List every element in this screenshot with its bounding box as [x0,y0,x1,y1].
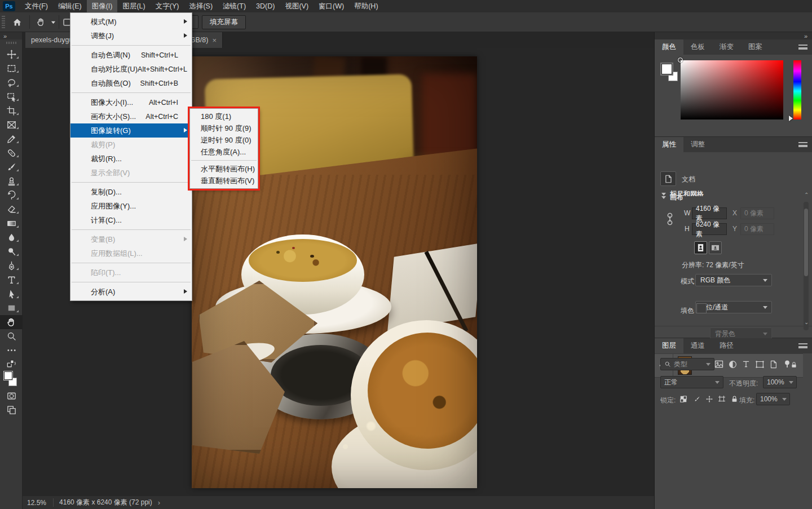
pen-tool[interactable] [0,259,23,273]
type-tool[interactable] [0,273,23,287]
filter-smart-objects-icon[interactable] [767,358,779,370]
dock-expand-button[interactable]: » [804,33,807,39]
path-selection-tool[interactable] [0,287,23,301]
crop-tool[interactable] [0,104,23,118]
eraser-tool[interactable] [0,202,23,216]
screen-mode-button[interactable] [0,403,23,417]
tab-color[interactable]: 颜色 [655,39,683,55]
lock-artboard-icon[interactable] [716,393,728,405]
toolbar-grip[interactable] [6,42,16,44]
filter-pixel-layers-icon[interactable] [713,358,725,370]
fill-opacity-field[interactable]: 100% [756,393,790,405]
blur-tool[interactable] [0,231,23,245]
zoom-tool[interactable] [0,329,23,343]
submenu-item-arbitrary[interactable]: 任意角度(A)... [190,146,258,158]
submenu-item-90-cw[interactable]: 顺时针 90 度(9) [190,122,258,134]
fill-screen-button[interactable]: 填充屏幕 [202,15,246,29]
filter-type-layers-icon[interactable] [740,358,752,370]
menu-item-apply-image[interactable]: 应用图像(Y)... [70,199,192,213]
brush-tool[interactable] [0,160,23,174]
scrollbar-thumb[interactable] [804,209,808,276]
landscape-orientation-button[interactable] [709,241,722,254]
swap-colors-button[interactable] [0,357,23,370]
frame-tool[interactable] [0,118,23,132]
tab-close-icon[interactable]: × [212,36,217,45]
tab-patterns[interactable]: 图案 [741,39,770,55]
menu-type[interactable]: 文字(Y) [151,0,184,12]
portrait-orientation-button[interactable] [694,241,707,254]
color-swatches[interactable] [661,64,681,84]
home-button[interactable] [9,15,25,29]
y-field[interactable]: 0 像素 [740,223,774,235]
blend-mode-dropdown[interactable]: 正常 [660,376,723,388]
tab-channels[interactable]: 通道 [683,338,712,353]
clone-stamp-tool[interactable] [0,174,23,188]
color-mode-dropdown[interactable]: RGB 颜色 [695,274,772,286]
tab-layers[interactable]: 图层 [655,338,683,353]
menu-item-image-rotation[interactable]: 图像旋转(G) [70,123,192,138]
menu-layer[interactable]: 图层(L) [117,0,150,12]
lasso-tool[interactable] [0,76,23,90]
menu-select[interactable]: 选择(S) [184,0,218,12]
saturation-field[interactable] [681,60,783,119]
menu-file[interactable]: 文件(F) [20,0,53,12]
healing-brush-tool[interactable] [0,146,23,160]
menu-item-canvas-size[interactable]: 画布大小(S)...Alt+Ctrl+C [70,109,192,123]
menu-item-analysis[interactable]: 分析(A) [70,285,192,299]
hand-tool-preset[interactable] [34,15,48,29]
lock-all-icon[interactable] [728,393,740,405]
lock-pixels-icon[interactable] [691,393,703,405]
eyedropper-tool[interactable] [0,132,23,146]
edit-toolbar-button[interactable] [0,343,23,357]
menu-item-trim[interactable]: 裁切(R)... [70,152,192,166]
toolbar-expand-button[interactable]: » [0,32,22,39]
tab-swatches[interactable]: 色板 [683,39,712,55]
hand-tool[interactable] [0,315,23,329]
move-tool[interactable] [0,47,23,61]
submenu-item-flip-horizontal[interactable]: 水平翻转画布(H) [190,163,258,175]
gradient-tool[interactable] [0,216,23,231]
submenu-item-90-ccw[interactable]: 逆时针 90 度(0) [190,134,258,146]
bit-depth-dropdown[interactable]: 8 位/通道 [695,301,772,313]
hue-slider-marker[interactable] [789,116,793,121]
object-selection-tool[interactable] [0,90,23,104]
panel-menu-icon[interactable] [798,343,807,348]
width-field[interactable]: 4160 像素 [692,207,727,219]
fill-color-swatch[interactable] [696,303,707,313]
menu-help[interactable]: 帮助(H) [349,0,383,12]
menu-item-adjustments[interactable]: 调整(J) [70,29,192,43]
menu-item-auto-tone[interactable]: 自动色调(N)Shift+Ctrl+L [70,48,192,62]
foreground-background-swatches[interactable] [0,370,23,389]
tab-paths[interactable]: 路径 [712,338,741,353]
submenu-item-180[interactable]: 180 度(1) [190,110,258,122]
tab-gradients[interactable]: 渐变 [712,39,741,55]
foreground-color-swatch[interactable] [4,371,12,380]
marquee-tool[interactable] [0,61,23,76]
quick-mask-button[interactable] [0,389,23,403]
status-chevron-icon[interactable]: › [158,498,160,507]
opacity-field[interactable]: 100% [763,376,797,388]
rectangle-tool[interactable] [0,301,23,315]
zoom-level-field[interactable]: 12.5% [23,499,53,507]
height-field[interactable]: 6240 像素 [692,223,727,235]
x-field[interactable]: 0 像素 [740,207,774,219]
menu-item-mode[interactable]: 模式(M) [70,15,192,29]
menu-item-auto-color[interactable]: 自动颜色(O)Shift+Ctrl+B [70,76,192,90]
panel-menu-icon[interactable] [798,45,807,50]
menu-view[interactable]: 视图(V) [280,0,314,12]
submenu-item-flip-vertical[interactable]: 垂直翻转画布(V) [190,175,258,187]
scroll-down-icon[interactable]: ⌄ [804,319,809,325]
menu-filter[interactable]: 滤镜(T) [218,0,251,12]
tab-properties[interactable]: 属性 [655,137,683,152]
filter-shape-layers-icon[interactable] [753,358,766,370]
lock-position-icon[interactable] [703,393,716,405]
menu-3d[interactable]: 3D(D) [251,0,280,12]
history-brush-tool[interactable] [0,188,23,202]
scroll-up-icon[interactable]: ⌃ [804,192,809,198]
layer-filter-dropdown[interactable]: 类型 [660,358,714,370]
menu-item-image-size[interactable]: 图像大小(I)...Alt+Ctrl+I [70,95,192,109]
menu-item-auto-contrast[interactable]: 自动对比度(U)Alt+Shift+Ctrl+L [70,62,192,76]
document-type-button[interactable] [660,171,676,186]
menu-item-duplicate[interactable]: 复制(D)... [70,185,192,199]
preset-dropdown[interactable] [50,15,56,29]
